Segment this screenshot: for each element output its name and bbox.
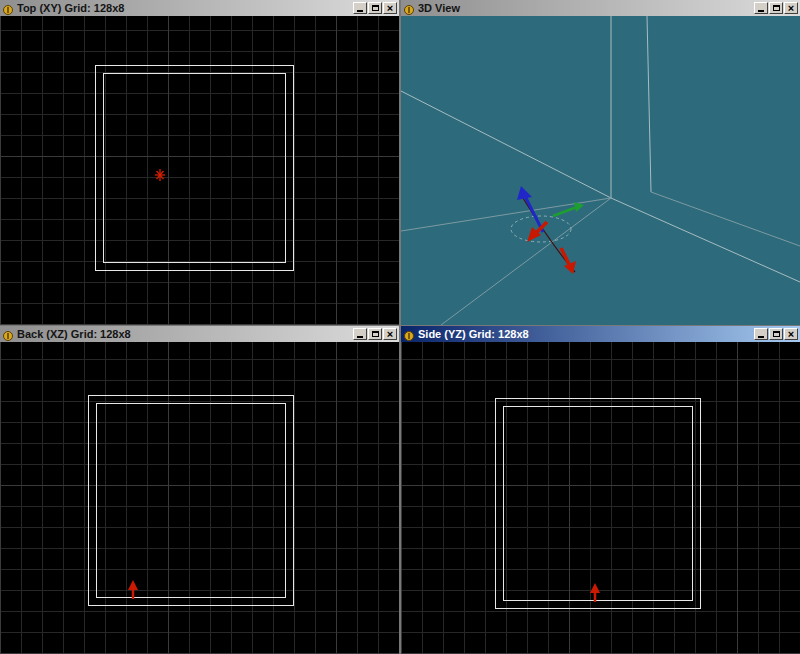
maximize-icon [372, 5, 379, 11]
viewport-3d: 3D View × [401, 0, 800, 325]
entity-marker [590, 583, 600, 602]
canvas-back-xz[interactable] [0, 342, 399, 654]
canvas-side-yz[interactable] [401, 342, 800, 654]
close-icon: × [387, 3, 393, 13]
axis-arrow-green [553, 202, 584, 216]
maximize-button[interactable] [769, 2, 783, 14]
maximize-icon [773, 5, 780, 11]
viewport-side-yz: Side (YZ) Grid: 128x8 × [401, 326, 800, 654]
minimize-button[interactable] [754, 2, 768, 14]
viewport-back-xz: Back (XZ) Grid: 128x8 × [0, 326, 399, 654]
window-icon[interactable] [2, 2, 14, 14]
close-button[interactable]: × [784, 328, 798, 340]
window-title: Side (YZ) Grid: 128x8 [418, 326, 751, 342]
entity-arrow-red-1 [527, 222, 547, 242]
window-icon[interactable] [403, 328, 415, 340]
wireframe-side-yz [401, 342, 800, 654]
window-controls: × [754, 328, 798, 340]
minimize-icon [758, 10, 764, 12]
window-title: Top (XY) Grid: 128x8 [17, 0, 350, 16]
window-icon[interactable] [2, 328, 14, 340]
minimize-icon [758, 336, 764, 338]
entity-marker [155, 169, 165, 181]
editor-workspace: Top (XY) Grid: 128x8 × [0, 0, 800, 654]
titlebar-top-xy[interactable]: Top (XY) Grid: 128x8 × [0, 0, 399, 16]
window-title: 3D View [418, 0, 751, 16]
close-button[interactable]: × [383, 2, 397, 14]
minimize-button[interactable] [353, 328, 367, 340]
minimize-button[interactable] [754, 328, 768, 340]
window-controls: × [754, 2, 798, 14]
entity-marker [128, 580, 138, 599]
titlebar-side-yz[interactable]: Side (YZ) Grid: 128x8 × [401, 326, 800, 342]
maximize-button[interactable] [368, 2, 382, 14]
window-title: Back (XZ) Grid: 128x8 [17, 326, 350, 342]
window-controls: × [353, 2, 397, 14]
viewport-top-xy: Top (XY) Grid: 128x8 × [0, 0, 399, 325]
minimize-button[interactable] [353, 2, 367, 14]
close-button[interactable]: × [383, 328, 397, 340]
close-icon: × [788, 3, 794, 13]
maximize-icon [372, 331, 379, 337]
close-icon: × [387, 329, 393, 339]
titlebar-3d[interactable]: 3D View × [401, 0, 800, 16]
wireframe-top-xy [0, 16, 399, 325]
canvas-3d[interactable] [401, 16, 800, 325]
window-controls: × [353, 328, 397, 340]
close-button[interactable]: × [784, 2, 798, 14]
minimize-icon [357, 10, 363, 12]
canvas-top-xy[interactable] [0, 16, 399, 325]
window-icon[interactable] [403, 2, 415, 14]
minimize-icon [357, 336, 363, 338]
maximize-button[interactable] [769, 328, 783, 340]
wireframe-back-xz [0, 342, 399, 654]
entity-arrow-red-2 [561, 248, 576, 274]
maximize-button[interactable] [368, 328, 382, 340]
maximize-icon [773, 331, 780, 337]
close-icon: × [788, 329, 794, 339]
wireframe-3d [401, 16, 800, 325]
titlebar-back-xz[interactable]: Back (XZ) Grid: 128x8 × [0, 326, 399, 342]
